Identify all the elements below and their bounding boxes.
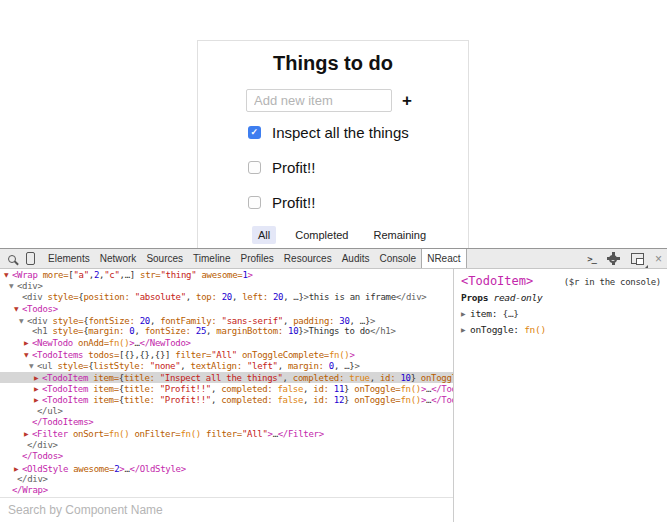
prop-value: {…} <box>503 308 519 319</box>
tree-row-todoitems-close[interactable]: </TodoItems> <box>0 417 453 428</box>
prop-row[interactable]: ▶onToggle: fn() <box>461 324 661 335</box>
browser-page: Things to do + Inspect all the thingsPro… <box>0 0 667 523</box>
todo-checkbox[interactable] <box>248 161 261 174</box>
app-title: Things to do <box>198 52 468 75</box>
todo-list: Inspect all the thingsProfit!!Profit!! <box>248 125 409 230</box>
expand-arrow-icon[interactable]: ▼ <box>29 360 37 371</box>
props-section-title: Props read-only <box>461 292 661 303</box>
tree-row-wrap[interactable]: ▼<Wrap more=["a",2,"c",…] str="thing" aw… <box>0 269 453 280</box>
collapse-arrow-icon[interactable]: ▶ <box>24 337 32 348</box>
filter-button-all[interactable]: All <box>252 226 276 244</box>
tree-row-filter[interactable]: ▶<Filter onSort=fn() onFilter=fn() filte… <box>0 428 453 439</box>
tree-row-todos-close[interactable]: </Todos> <box>0 451 453 462</box>
settings-gear-icon[interactable] <box>607 252 620 265</box>
collapse-arrow-icon[interactable]: ▶ <box>34 372 42 383</box>
expand-arrow-icon[interactable]: ▼ <box>9 280 17 291</box>
tree-row-wrap-close[interactable]: </Wrap> <box>0 485 453 496</box>
todo-label[interactable]: Profit!! <box>272 194 315 211</box>
collapse-arrow-icon[interactable]: ▶ <box>34 383 42 394</box>
tree-row-oldstyle[interactable]: ▶<OldStyle awesome=2>…</OldStyle> <box>0 463 453 474</box>
todo-row: Profit!! <box>248 160 409 175</box>
tab-resources[interactable]: Resources <box>279 249 337 268</box>
component-tree: ▼<Wrap more=["a",2,"c",…] str="thing" aw… <box>0 269 453 497</box>
collapse-arrow-icon[interactable]: ▶ <box>461 326 470 333</box>
tab-sources[interactable]: Sources <box>141 249 188 268</box>
component-search-input[interactable] <box>0 497 453 522</box>
expand-arrow-icon[interactable]: ▼ <box>4 269 12 280</box>
console-hint: ($r in the console) <box>564 277 661 287</box>
tree-row-div[interactable]: ▼<div> <box>0 280 453 291</box>
devtools-panel: ElementsNetworkSourcesTimelineProfilesRe… <box>0 248 667 523</box>
props-sidebar: <TodoItem> ($r in the console) Props rea… <box>454 269 667 522</box>
add-todo-row: + <box>246 89 392 112</box>
tree-row-container-div[interactable]: ▼<div style={fontSize: 20, fontFamily: "… <box>0 315 453 326</box>
collapse-arrow-icon[interactable]: ▶ <box>461 310 470 317</box>
filter-button-remaining[interactable]: Remaining <box>367 226 432 244</box>
tree-row-todoitem-12[interactable]: ▶<TodoItem item={title: "Profit!!", comp… <box>0 394 453 405</box>
add-todo-button[interactable]: + <box>402 91 412 111</box>
props-label: Props <box>461 292 488 303</box>
component-tree-panel: ▼<Wrap more=["a",2,"c",…] str="thing" aw… <box>0 269 454 522</box>
prop-row[interactable]: ▶item: {…} <box>461 308 661 319</box>
toolbar-left-icons <box>0 249 39 268</box>
sidebar-header: <TodoItem> ($r in the console) <box>461 274 661 288</box>
tab-nreact[interactable]: NReact <box>421 249 466 268</box>
tab-profiles[interactable]: Profiles <box>235 249 278 268</box>
tab-audits[interactable]: Audits <box>337 249 375 268</box>
devtools-main: ▼<Wrap more=["a",2,"c",…] str="thing" aw… <box>0 269 667 522</box>
prop-value: fn() <box>524 324 546 335</box>
todo-label[interactable]: Profit!! <box>272 159 315 176</box>
new-todo-input[interactable] <box>246 89 392 112</box>
tab-console[interactable]: Console <box>374 249 421 268</box>
tab-network[interactable]: Network <box>95 249 142 268</box>
todo-checkbox[interactable] <box>248 126 261 139</box>
toolbar-right-icons: >_ × <box>587 249 662 268</box>
selected-component-name: <TodoItem> <box>461 274 533 288</box>
tree-row-ul-close[interactable]: </ul> <box>0 406 453 417</box>
devtools-tabs: ElementsNetworkSourcesTimelineProfilesRe… <box>43 249 467 268</box>
tree-row-todos[interactable]: ▼<Todos> <box>0 303 453 314</box>
todo-app-iframe: Things to do + Inspect all the thingsPro… <box>197 40 469 249</box>
todo-label[interactable]: Inspect all the things <box>272 124 409 141</box>
console-drawer-icon[interactable]: >_ <box>587 254 596 264</box>
close-devtools-icon[interactable]: × <box>655 253 662 265</box>
tree-row-div-close[interactable]: </div> <box>0 440 453 451</box>
tree-row-todoitem-10[interactable]: ▶<TodoItem item={title: "Inspect all the… <box>0 372 453 383</box>
readonly-label: read-only <box>488 292 542 303</box>
todo-checkbox[interactable] <box>248 196 261 209</box>
tree-row-iframe-div[interactable]: <div style={position: "absolute", top: 2… <box>0 292 453 303</box>
expand-arrow-icon[interactable]: ▼ <box>24 349 32 360</box>
collapse-arrow-icon[interactable]: ▶ <box>24 428 32 439</box>
collapse-arrow-icon[interactable]: ▶ <box>34 394 42 405</box>
tree-row-h1[interactable]: <h1 style={margin: 0, fontSize: 25, marg… <box>0 326 453 337</box>
tree-row-newtodo[interactable]: ▶<NewTodo onAdd=fn()>…</NewTodo> <box>0 337 453 348</box>
tab-timeline[interactable]: Timeline <box>188 249 235 268</box>
tree-row-div-close-2[interactable]: </div> <box>0 474 453 485</box>
tree-row-todoitems[interactable]: ▼<TodoItems todos=[{},{},{}] filter="All… <box>0 349 453 360</box>
todo-row: Profit!! <box>248 195 409 210</box>
inspect-search-icon[interactable] <box>8 255 16 263</box>
tree-row-todoitem-11[interactable]: ▶<TodoItem item={title: "Profit!!", comp… <box>0 383 453 394</box>
prop-name: item: <box>470 308 503 319</box>
collapse-arrow-icon[interactable]: ▶ <box>14 463 22 474</box>
expand-arrow-icon[interactable]: ▼ <box>19 315 27 326</box>
device-mode-icon[interactable] <box>26 252 35 265</box>
filter-row: AllCompletedRemaining <box>252 226 445 244</box>
tree-row-ul[interactable]: ▼<ul style={listStyle: "none", textAlign… <box>0 360 453 371</box>
tab-elements[interactable]: Elements <box>43 249 95 268</box>
filter-button-completed[interactable]: Completed <box>289 226 354 244</box>
dock-side-icon[interactable] <box>631 253 644 264</box>
props-list: ▶item: {…}▶onToggle: fn() <box>461 308 661 335</box>
devtools-toolbar: ElementsNetworkSourcesTimelineProfilesRe… <box>0 249 667 269</box>
todo-row: Inspect all the things <box>248 125 409 140</box>
expand-arrow-icon[interactable]: ▼ <box>14 303 22 314</box>
prop-name: onToggle: <box>470 324 524 335</box>
